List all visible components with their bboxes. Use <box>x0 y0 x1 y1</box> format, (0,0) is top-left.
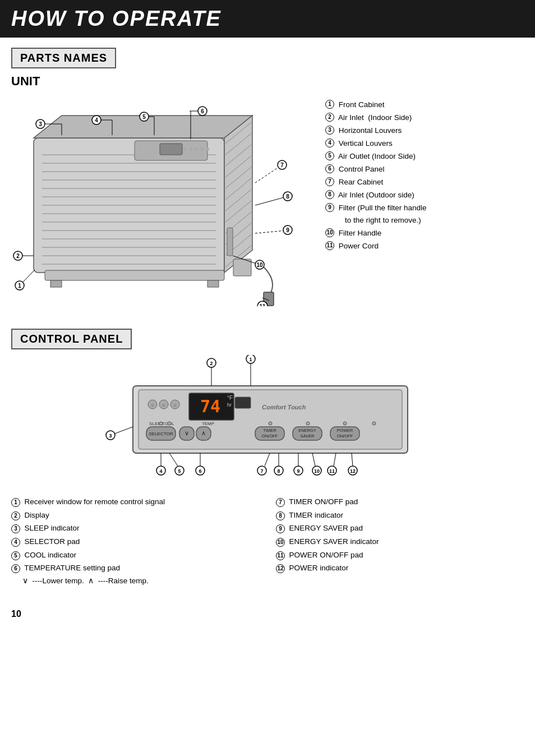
page-number: 10 <box>11 609 21 619</box>
cp-item-2: 2 Display <box>11 509 259 522</box>
control-list-right: 7 TIMER ON/OFF pad 8 TIMER indicator 9 E… <box>276 495 524 587</box>
part-num-3: 3 <box>325 126 334 135</box>
cp-item-11: 11 POWER ON/OFF pad <box>276 548 524 562</box>
part-item-11: 11 Power Cord <box>325 240 524 253</box>
svg-line-60 <box>255 166 280 183</box>
svg-line-146 <box>312 453 315 466</box>
part-num-7: 7 <box>325 177 334 186</box>
svg-text:12: 12 <box>350 468 356 474</box>
part-text-10: Filter Handle <box>336 227 381 240</box>
svg-text:5: 5 <box>142 114 146 120</box>
svg-rect-87 <box>235 397 251 408</box>
svg-text:4: 4 <box>159 468 162 474</box>
control-panel-title-bar: CONTROL PANEL <box>11 329 132 349</box>
svg-text:2: 2 <box>210 361 213 366</box>
svg-line-66 <box>255 231 286 233</box>
svg-text:5: 5 <box>178 468 181 474</box>
svg-text:6: 6 <box>201 108 204 114</box>
cp-item-12: 12 POWER indicator <box>276 561 524 575</box>
part-item-8: 8 Air Inlet (Outdoor side) <box>325 189 524 202</box>
svg-text:10: 10 <box>314 468 320 474</box>
parts-names-title: PARTS NAMES <box>11 48 116 68</box>
control-diagram-area: 74 °F hr Comfort Touch ☺ ☺ ☺ SLEEP COOL … <box>11 355 524 490</box>
part-text-1: Front Cabinet <box>336 99 385 112</box>
svg-text:8: 8 <box>277 468 280 474</box>
svg-text:ENERGY: ENERGY <box>298 428 316 433</box>
page-title: HOW TO OPERATE <box>11 7 524 31</box>
cp-item-7: 7 TIMER ON/OFF pad <box>276 495 524 509</box>
svg-text:8: 8 <box>286 193 289 200</box>
part-text-8: Air Inlet (Outdoor side) <box>336 189 414 202</box>
svg-text:☺: ☺ <box>173 403 177 408</box>
temp-note: ∨ ----Lower temp. ∧ ----Raise temp. <box>22 575 259 587</box>
part-item-10: 10 Filter Handle <box>325 227 524 240</box>
svg-text:10: 10 <box>256 262 263 268</box>
part-item-9: 9 Filter (Pull the filter handle to the … <box>325 202 524 228</box>
svg-text:POWER: POWER <box>337 428 353 433</box>
svg-text:2: 2 <box>16 253 20 259</box>
svg-point-22 <box>200 147 204 151</box>
svg-line-63 <box>255 197 286 205</box>
svg-point-113 <box>159 422 163 425</box>
part-item-1: 1 Front Cabinet <box>325 99 524 112</box>
svg-point-23 <box>206 147 209 151</box>
svg-text:1: 1 <box>18 283 21 289</box>
unit-svg: 3 4 5 6 7 <box>11 93 314 306</box>
svg-text:9: 9 <box>297 468 299 474</box>
parts-list: 1 Front Cabinet 2 Air Inlet (Indoor Side… <box>325 93 524 253</box>
part-num-8: 8 <box>325 190 334 199</box>
svg-line-149 <box>334 453 336 466</box>
svg-text:11: 11 <box>259 303 266 306</box>
svg-text:6: 6 <box>199 468 201 474</box>
svg-point-20 <box>189 147 192 151</box>
part-text-9: Filter (Pull the filter handle to the ri… <box>336 202 427 228</box>
cp-item-8: 8 TIMER indicator <box>276 509 524 522</box>
part-num-11: 11 <box>325 241 334 250</box>
part-item-7: 7 Rear Cabinet <box>325 176 524 189</box>
svg-text:SAVER: SAVER <box>301 434 315 439</box>
svg-rect-43 <box>227 228 233 256</box>
svg-text:ON/OFF: ON/OFF <box>337 434 353 439</box>
unit-section: UNIT <box>0 74 535 306</box>
svg-line-78 <box>21 270 35 284</box>
svg-text:7: 7 <box>280 162 284 168</box>
svg-point-19 <box>183 147 187 151</box>
control-section: 74 °F hr Comfort Touch ☺ ☺ ☺ SLEEP COOL … <box>0 355 535 587</box>
svg-rect-38 <box>207 280 219 287</box>
part-item-3: 3 Horizontal Louvers <box>325 125 524 137</box>
svg-text:74: 74 <box>200 397 220 416</box>
cp-item-10: 10 ENERGY SAVER indicator <box>276 535 524 548</box>
svg-text:SELECTOR: SELECTOR <box>149 431 173 436</box>
svg-point-118 <box>372 422 376 425</box>
control-panel-svg: 74 °F hr Comfort Touch ☺ ☺ ☺ SLEEP COOL … <box>77 355 458 490</box>
part-text-3: Horizontal Louvers <box>336 125 402 137</box>
part-num-2: 2 <box>325 113 334 122</box>
svg-point-117 <box>343 422 347 425</box>
svg-text:11: 11 <box>329 468 335 474</box>
control-panel-section-label: CONTROL PANEL <box>20 333 123 345</box>
part-text-2: Air Inlet (Indoor Side) <box>336 112 412 125</box>
svg-text:Comfort Touch: Comfort Touch <box>262 404 306 411</box>
part-num-6: 6 <box>325 164 334 173</box>
svg-point-116 <box>306 422 310 425</box>
svg-text:7: 7 <box>260 468 263 474</box>
part-num-10: 10 <box>325 228 334 237</box>
svg-rect-18 <box>160 144 182 155</box>
svg-text:TEMP: TEMP <box>202 421 214 426</box>
cp-item-9: 9 ENERGY SAVER pad <box>276 522 524 535</box>
part-text-5: Air Outlet (Indoor Side) <box>336 150 416 163</box>
cp-item-1: 1 Receiver window for remote control sig… <box>11 495 259 509</box>
cp-item-3: 3 SLEEP indicator <box>11 522 259 535</box>
control-panel-lists: 1 Receiver window for remote control sig… <box>11 495 524 587</box>
svg-text:☺: ☺ <box>150 403 155 408</box>
part-item-6: 6 Control Panel <box>325 163 524 176</box>
svg-text:°F: °F <box>227 395 233 401</box>
svg-text:☺: ☺ <box>162 403 166 408</box>
svg-text:4: 4 <box>95 117 98 123</box>
unit-diagram: 3 4 5 6 7 <box>11 93 314 306</box>
svg-line-125 <box>115 427 133 434</box>
svg-text:hr: hr <box>227 402 232 408</box>
part-item-4: 4 Vertical Louvers <box>325 137 524 150</box>
svg-line-152 <box>352 453 353 466</box>
cp-item-5: 5 COOL indicator <box>11 548 259 562</box>
